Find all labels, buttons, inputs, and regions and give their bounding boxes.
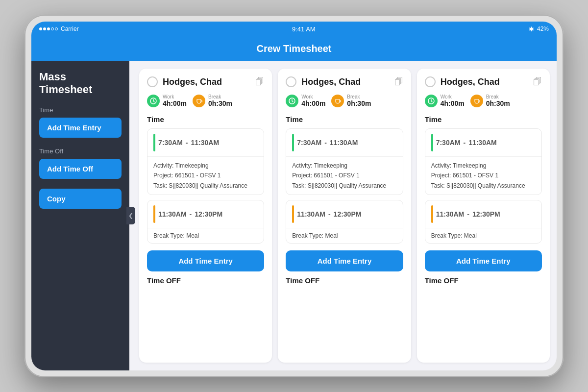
- break-entry-header-1-1[interactable]: 11:30AM - 12:30PM: [286, 200, 402, 228]
- card-name-0: Hodges, Chad: [147, 76, 222, 87]
- card-header-2: Hodges, Chad 🗍: [425, 76, 542, 87]
- chevron-left-icon: ❮: [128, 212, 133, 219]
- work-entry-header-2-0[interactable]: 7:30AM - 11:30AM: [425, 129, 541, 157]
- break-dash-2-1: -: [467, 210, 469, 218]
- break-start-2-1: 11:30AM: [436, 210, 465, 218]
- work-value-0: 4h:00m: [163, 99, 187, 107]
- work-icon-0: [147, 95, 160, 107]
- work-info-0: Work 4h:00m: [163, 94, 187, 107]
- project-line-1-0: Project: 661501 - OFSV 1: [292, 171, 396, 180]
- card-0: Hodges, Chad 🗍 Work 4h:00m: [139, 69, 272, 363]
- break-entry-header-2-1[interactable]: 11:30AM - 12:30PM: [425, 200, 541, 228]
- work-bar-2-0: [431, 134, 433, 151]
- card-radio-2[interactable]: [425, 76, 436, 87]
- add-time-entry-button-2[interactable]: Add Time Entry: [425, 250, 542, 271]
- card-radio-1[interactable]: [286, 76, 296, 87]
- time-off-label-1: Time OFF: [286, 276, 403, 285]
- person-name-2: Hodges, Chad: [441, 77, 500, 87]
- work-badge-0: Work 4h:00m: [147, 94, 187, 107]
- time-range-1-0: 7:30AM - 11:30AM: [297, 139, 358, 147]
- work-badge-2: Work 4h:00m: [425, 94, 465, 107]
- break-label-2: Break: [486, 94, 510, 99]
- copy-icon-0[interactable]: 🗍: [255, 77, 264, 87]
- work-icon-2: [425, 95, 438, 107]
- card-2: Hodges, Chad 🗍 Work 4h:00m: [417, 69, 550, 363]
- activity-line-0-0: Activity: Timekeeping: [153, 161, 258, 171]
- work-bar-0-0: [153, 134, 155, 151]
- card-radio-0[interactable]: [147, 76, 158, 87]
- start-time-2-0: 7:30AM: [436, 139, 461, 147]
- sidebar-add-time-entry-button[interactable]: Add Time Entry: [39, 118, 122, 138]
- start-time-0-0: 7:30AM: [158, 139, 183, 147]
- copy-icon-1[interactable]: 🗍: [394, 77, 403, 87]
- copy-icon-2[interactable]: 🗍: [533, 77, 542, 87]
- break-info-1: Break 0h:30m: [347, 94, 371, 107]
- work-entry-2-0: 7:30AM - 11:30AM Activity: Timekeeping P…: [425, 128, 542, 195]
- break-badge-0: Break 0h:30m: [193, 94, 232, 107]
- end-time-2-0: 11:30AM: [468, 139, 497, 147]
- break-info-2: Break 0h:30m: [486, 94, 510, 107]
- sidebar-add-time-off-button[interactable]: Add Time Off: [39, 159, 122, 179]
- signal-dot-3: [47, 27, 50, 30]
- break-value-0: 0h:30m: [208, 99, 232, 107]
- battery-level: 42%: [537, 25, 549, 32]
- break-entry-1-1: 11:30AM - 12:30PM Break Type: Meal: [286, 200, 403, 244]
- task-line-1-0: Task: S||820030|| Quality Assurance: [292, 181, 396, 191]
- signal-dot-2: [43, 27, 46, 30]
- person-name-1: Hodges, Chad: [301, 77, 361, 87]
- card-1: Hodges, Chad 🗍 Work 4h:00m: [278, 69, 411, 363]
- carrier-label: Carrier: [61, 25, 79, 32]
- work-icon-1: [286, 95, 298, 107]
- start-time-1-0: 7:30AM: [297, 139, 321, 147]
- work-entry-header-1-0[interactable]: 7:30AM - 11:30AM: [286, 129, 402, 157]
- project-line-0-0: Project: 661501 - OFSV 1: [153, 171, 258, 180]
- work-entry-header-0-0[interactable]: 7:30AM - 11:30AM: [147, 129, 264, 157]
- status-left: Carrier: [39, 25, 79, 32]
- work-badge-1: Work 4h:00m: [286, 94, 325, 107]
- break-entry-header-0-1[interactable]: 11:30AM - 12:30PM: [147, 200, 264, 228]
- project-line-2-0: Project: 661501 - OFSV 1: [431, 171, 536, 180]
- time-range-2-0: 7:30AM - 11:30AM: [436, 139, 497, 147]
- sidebar-copy-button[interactable]: Copy: [39, 189, 122, 209]
- add-time-entry-button-0[interactable]: Add Time Entry: [147, 250, 264, 271]
- stats-row-2: Work 4h:00m Break 0h:30m: [425, 94, 542, 107]
- time-off-label-0: Time OFF: [147, 276, 264, 285]
- main-content: MassTimesheet Time Add Time Entry Time O…: [31, 61, 557, 370]
- time-section-label: Time: [39, 106, 122, 114]
- work-bar-1-0: [292, 134, 294, 151]
- status-time: 9:41 AM: [292, 25, 316, 33]
- signal-dot-5: [55, 27, 58, 30]
- work-label-1: Work: [301, 94, 325, 99]
- work-value-2: 4h:00m: [441, 99, 465, 107]
- stats-row-0: Work 4h:00m Break 0h:30m: [147, 94, 264, 107]
- activity-line-1-0: Activity: Timekeeping: [292, 161, 396, 171]
- sidebar-time-off-section: Time Off Add Time Off: [39, 147, 122, 179]
- break-start-0-1: 11:30AM: [158, 210, 187, 218]
- sidebar-collapse-handle[interactable]: ❮: [126, 207, 135, 224]
- break-start-1-1: 11:30AM: [297, 210, 325, 218]
- work-details-0-0: Activity: Timekeeping Project: 661501 - …: [147, 157, 264, 195]
- sidebar-title: MassTimesheet: [39, 71, 122, 97]
- break-detail-2-1: Break Type: Meal: [425, 228, 541, 243]
- work-entry-1-0: 7:30AM - 11:30AM Activity: Timekeeping P…: [286, 128, 403, 195]
- break-entry-0-1: 11:30AM - 12:30PM Break Type: Meal: [147, 200, 264, 244]
- work-value-1: 4h:00m: [301, 99, 325, 107]
- time-section-label-1: Time: [286, 115, 403, 123]
- time-off-label-2: Time OFF: [425, 276, 542, 285]
- break-icon-2: [470, 95, 483, 107]
- sidebar-time-section: Time Add Time Entry: [39, 106, 122, 138]
- device-frame: Carrier 9:41 AM ✱ 42% Crew Timesheet Mas…: [24, 15, 564, 377]
- card-name-1: Hodges, Chad: [286, 76, 361, 87]
- break-range-1-1: 11:30AM - 12:30PM: [297, 210, 361, 218]
- work-info-2: Work 4h:00m: [441, 94, 465, 107]
- task-line-0-0: Task: S||820030|| Quality Assurance: [153, 181, 258, 191]
- time-dash-2-0: -: [463, 139, 466, 147]
- break-label-0: Break: [208, 94, 232, 99]
- person-name-0: Hodges, Chad: [163, 77, 222, 87]
- stats-row-1: Work 4h:00m Break 0h:30m: [286, 94, 403, 107]
- add-time-entry-button-1[interactable]: Add Time Entry: [286, 250, 403, 271]
- break-label-1: Break: [347, 94, 371, 99]
- work-details-1-0: Activity: Timekeeping Project: 661501 - …: [286, 157, 402, 195]
- work-entry-0-0: 7:30AM - 11:30AM Activity: Timekeeping P…: [147, 128, 264, 195]
- break-value-1: 0h:30m: [347, 99, 371, 107]
